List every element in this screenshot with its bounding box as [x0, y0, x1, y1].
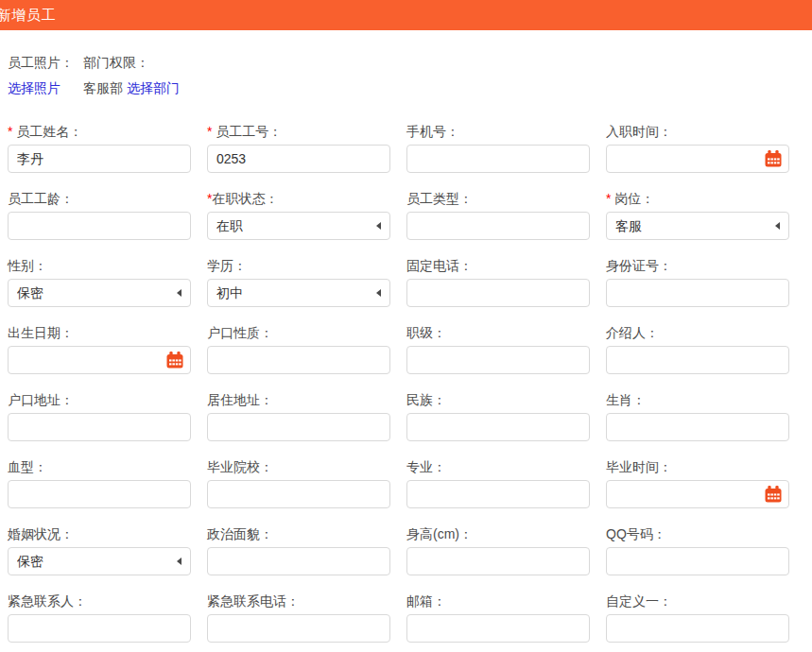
field-label: 血型：: [8, 459, 47, 474]
form-field-referrer: 介绍人：: [606, 325, 789, 374]
field-label: 生肖：: [606, 392, 646, 407]
field-label: 介绍人：: [606, 325, 659, 340]
household-type-input[interactable]: [207, 346, 390, 374]
hire-date-date-input[interactable]: [606, 145, 789, 173]
calendar-icon[interactable]: [165, 351, 184, 369]
graduation-date-date-input[interactable]: [606, 480, 789, 508]
field-value: 0253: [216, 146, 246, 172]
household-address-input[interactable]: [8, 413, 191, 441]
field-value: 保密: [17, 548, 43, 575]
employee-id-input[interactable]: 0253: [207, 145, 390, 173]
seniority-input[interactable]: [8, 212, 191, 240]
field-label: 员工类型：: [406, 191, 473, 206]
height-cm-input[interactable]: [406, 547, 590, 575]
field-label: 出生日期：: [8, 325, 74, 340]
field-label: 职级：: [406, 325, 446, 340]
form-field-emergency-contact: 紧急联系人：: [8, 593, 191, 643]
field-value: 初中: [216, 280, 243, 306]
gender-select[interactable]: 保密: [8, 279, 191, 307]
form-field-email: 邮箱：: [406, 593, 590, 643]
required-asterisk: *: [207, 124, 216, 139]
form-field-qq-number: QQ号码：: [606, 526, 789, 575]
email-input[interactable]: [406, 614, 590, 643]
field-value: 保密: [17, 280, 43, 306]
mobile-input[interactable]: [406, 145, 590, 173]
page-title: 新增员工: [0, 7, 56, 25]
marital-status-select[interactable]: 保密: [8, 547, 191, 575]
field-label: 户口地址：: [8, 392, 74, 407]
qq-number-input[interactable]: [606, 547, 789, 575]
referrer-input[interactable]: [606, 346, 789, 374]
education-select[interactable]: 初中: [207, 279, 390, 307]
form-field-zodiac: 生肖：: [606, 392, 789, 441]
residence-address-input[interactable]: [207, 413, 390, 441]
field-label: 性别：: [8, 258, 47, 273]
dropdown-arrow-icon: [376, 289, 381, 297]
dropdown-arrow-icon: [775, 222, 780, 230]
field-label: 政治面貌：: [207, 526, 273, 541]
emergency-phone-input[interactable]: [207, 614, 390, 643]
form-field-political-status: 政治面貌：: [207, 526, 390, 575]
form-field-marital-status: 婚姻状况： 保密: [8, 526, 191, 575]
photo-dept-section: 员工照片： 选择照片 部门权限： 客服部 选择部门: [8, 55, 804, 95]
form-field-mobile: 手机号：: [406, 124, 590, 173]
id-number-input[interactable]: [606, 279, 789, 307]
form-field-id-number: 身份证号：: [606, 258, 789, 307]
field-label: 毕业时间：: [606, 459, 672, 474]
form-field-ethnicity: 民族：: [406, 392, 590, 441]
choose-photo-link[interactable]: 选择照片: [8, 80, 60, 95]
field-label: 在职状态：: [212, 191, 278, 206]
field-label: 专业：: [406, 459, 446, 474]
photo-label: 员工照片：: [8, 55, 83, 70]
form-field-household-address: 户口地址：: [8, 392, 191, 441]
employee-name-input[interactable]: 李丹: [8, 145, 191, 173]
form-field-employee-name: * 员工姓名： 李丹: [8, 124, 191, 173]
form-field-employee-id: * 员工工号： 0253: [207, 124, 390, 173]
field-label: 学历：: [207, 258, 247, 273]
field-label: 员工姓名：: [16, 124, 82, 139]
calendar-icon[interactable]: [764, 485, 783, 504]
calendar-icon[interactable]: [764, 149, 783, 168]
position-select[interactable]: 客服: [606, 212, 789, 240]
form-field-employee-type: 员工类型：: [406, 191, 590, 240]
field-label: 固定电话：: [406, 258, 473, 273]
field-value: 在职: [216, 213, 243, 239]
employment-status-select[interactable]: 在职: [207, 212, 390, 240]
landline-input[interactable]: [406, 279, 590, 307]
form-field-employment-status: *在职状态： 在职: [207, 191, 390, 240]
form-field-emergency-phone: 紧急联系电话：: [207, 593, 390, 643]
blood-type-input[interactable]: [8, 480, 191, 508]
form-field-birth-date: 出生日期：: [8, 325, 191, 374]
field-label: 岗位：: [614, 191, 654, 206]
ethnicity-input[interactable]: [406, 413, 590, 441]
required-asterisk: *: [8, 124, 16, 139]
form-field-rank: 职级：: [406, 325, 590, 374]
field-value: 李丹: [17, 146, 43, 172]
form-field-landline: 固定电话：: [406, 258, 590, 307]
graduate-school-input[interactable]: [207, 480, 390, 508]
field-label: 入职时间：: [606, 124, 672, 139]
form-field-hire-date: 入职时间：: [606, 124, 789, 173]
field-value: 客服: [615, 213, 642, 239]
field-label: 邮箱：: [406, 593, 446, 609]
dropdown-arrow-icon: [376, 222, 381, 230]
political-status-input[interactable]: [207, 547, 390, 575]
form-field-custom-1: 自定义一：: [606, 593, 789, 643]
rank-input[interactable]: [406, 346, 590, 374]
field-label: 毕业院校：: [207, 459, 273, 474]
employee-type-input[interactable]: [406, 212, 590, 240]
field-label: 员工工龄：: [8, 191, 74, 206]
choose-dept-link[interactable]: 选择部门: [127, 80, 180, 95]
birth-date-date-input[interactable]: [8, 346, 191, 374]
form-field-blood-type: 血型：: [8, 459, 191, 508]
zodiac-input[interactable]: [606, 413, 789, 441]
form-field-gender: 性别： 保密: [8, 258, 191, 307]
employee-form: * 员工姓名： 李丹: [8, 124, 804, 643]
emergency-contact-input[interactable]: [8, 614, 191, 643]
field-label: 婚姻状况：: [8, 526, 74, 541]
custom-1-input[interactable]: [606, 614, 789, 643]
required-asterisk: *: [606, 191, 614, 206]
major-input[interactable]: [406, 480, 590, 508]
field-label: 员工工号：: [216, 124, 282, 139]
dept-permission-label: 部门权限：: [83, 55, 180, 70]
